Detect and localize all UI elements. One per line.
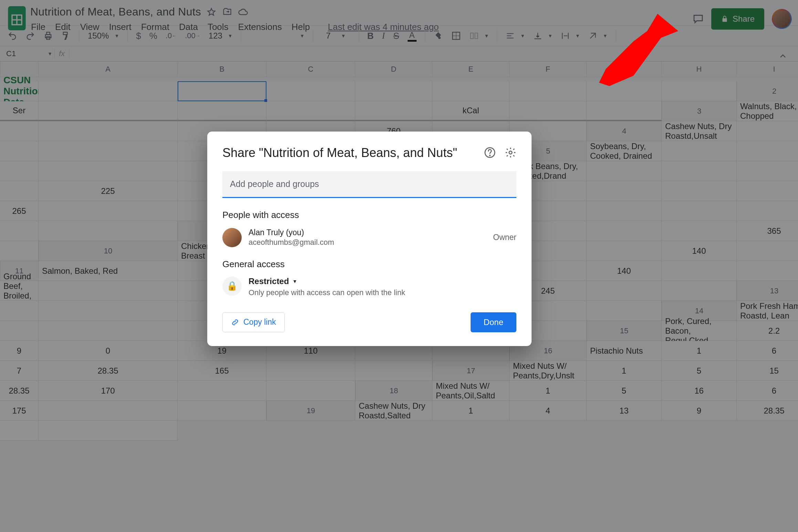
access-level-desc: Only people with access can open with th…	[249, 288, 405, 297]
help-icon[interactable]	[484, 147, 496, 160]
people-access-heading: People with access	[222, 210, 516, 220]
annotation-arrow	[568, 10, 678, 90]
lock-icon: 🔒	[222, 277, 242, 296]
person-email: aceofthumbs@gmail.com	[249, 238, 486, 247]
share-dialog: Share "Nutrition of Meat, Beans, and Nut…	[207, 132, 532, 346]
svg-point-15	[509, 151, 512, 154]
person-role: Owner	[493, 233, 516, 242]
access-level-dropdown[interactable]: Restricted▼	[249, 277, 405, 286]
done-button[interactable]: Done	[471, 312, 516, 332]
add-people-placeholder: Add people and groups	[230, 179, 319, 189]
svg-point-14	[490, 155, 490, 156]
dialog-title: Share "Nutrition of Meat, Beans, and Nut…	[222, 145, 457, 161]
person-name: Alan Truly (you)	[249, 228, 486, 237]
person-avatar	[222, 228, 242, 247]
add-people-input[interactable]: Add people and groups	[222, 171, 516, 198]
settings-icon[interactable]	[505, 147, 516, 160]
general-access-heading: General access	[222, 259, 516, 270]
svg-marker-12	[599, 14, 678, 86]
copy-link-button[interactable]: Copy link	[222, 312, 285, 332]
